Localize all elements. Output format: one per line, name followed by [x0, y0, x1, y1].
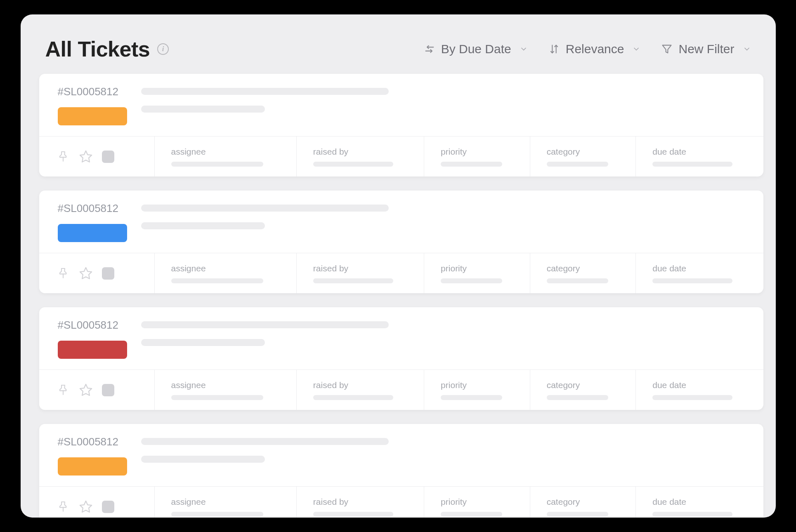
meta-label-priority: priority [441, 147, 513, 157]
skeleton-line [652, 512, 732, 517]
skeleton-line [652, 395, 732, 400]
skeleton-line [171, 278, 264, 283]
checkbox[interactable] [102, 501, 114, 513]
skeleton-line [313, 162, 393, 167]
star-icon[interactable] [79, 383, 93, 397]
checkbox[interactable] [102, 267, 114, 280]
meta-label-assignee: assignee [171, 497, 280, 507]
filter-dropdown[interactable]: New Filter [661, 42, 751, 56]
star-icon[interactable] [79, 150, 93, 164]
meta-label-due-date: due date [652, 497, 746, 507]
ticket-actions [39, 253, 155, 293]
meta-due-date: due date [636, 487, 763, 518]
skeleton-line [171, 512, 264, 517]
meta-label-assignee: assignee [171, 380, 280, 390]
meta-priority: priority [424, 487, 530, 518]
skeleton-line [441, 395, 502, 400]
ticket-card[interactable]: #SL0005812 assignee [39, 424, 763, 518]
meta-due-date: due date [636, 137, 763, 177]
meta-label-category: category [547, 380, 619, 390]
skeleton-line [141, 339, 265, 346]
svg-marker-1 [80, 151, 91, 162]
ticket-preview [141, 85, 389, 113]
star-icon[interactable] [79, 266, 93, 280]
checkbox[interactable] [102, 384, 114, 396]
skeleton-line [547, 162, 608, 167]
skeleton-line [141, 205, 389, 212]
meta-label-raised-by: raised by [313, 264, 407, 273]
tickets-panel: All Tickets i By Due Date [21, 14, 776, 518]
svg-marker-4 [80, 501, 91, 512]
checkbox[interactable] [102, 151, 114, 163]
chevron-down-icon [743, 45, 751, 53]
star-icon[interactable] [79, 500, 93, 514]
status-pill [58, 224, 127, 242]
svg-marker-2 [80, 267, 91, 278]
meta-label-category: category [547, 264, 619, 273]
skeleton-line [652, 162, 732, 167]
sort-by-dropdown[interactable]: By Due Date [424, 42, 528, 56]
skeleton-line [313, 395, 393, 400]
ticket-card[interactable]: #SL0005812 assignee [39, 191, 763, 293]
meta-label-due-date: due date [652, 264, 746, 273]
ticket-card[interactable]: #SL0005812 assignee [39, 307, 763, 410]
skeleton-line [141, 106, 265, 113]
meta-raised-by: raised by [297, 487, 424, 518]
skeleton-line [313, 278, 393, 283]
svg-marker-3 [80, 384, 91, 395]
meta-category: category [530, 370, 636, 410]
pin-icon[interactable] [57, 500, 70, 513]
meta-label-raised-by: raised by [313, 380, 407, 390]
meta-label-category: category [547, 147, 619, 157]
meta-priority: priority [424, 253, 530, 293]
meta-label-raised-by: raised by [313, 147, 407, 157]
tickets-header: All Tickets i By Due Date [21, 14, 776, 74]
pin-icon[interactable] [57, 150, 70, 163]
meta-category: category [530, 487, 636, 518]
meta-due-date: due date [636, 253, 763, 293]
ticket-preview [141, 435, 389, 463]
skeleton-line [547, 512, 608, 517]
meta-due-date: due date [636, 370, 763, 410]
ticket-list: #SL0005812 assignee [21, 74, 776, 518]
skeleton-line [441, 512, 502, 517]
meta-label-priority: priority [441, 380, 513, 390]
ticket-preview [141, 319, 389, 346]
ticket-actions [39, 137, 155, 177]
ticket-actions [39, 370, 155, 410]
meta-raised-by: raised by [297, 370, 424, 410]
svg-marker-0 [663, 45, 671, 53]
pin-icon[interactable] [57, 267, 70, 280]
meta-priority: priority [424, 137, 530, 177]
ticket-id: #SL0005812 [58, 435, 127, 448]
meta-assignee: assignee [155, 137, 297, 177]
chevron-down-icon [520, 45, 528, 53]
skeleton-line [652, 278, 732, 283]
filter-icon [661, 43, 673, 55]
ticket-id: #SL0005812 [58, 85, 127, 98]
ticket-preview [141, 202, 389, 229]
meta-label-due-date: due date [652, 147, 746, 157]
ticket-card[interactable]: #SL0005812 assignee [39, 74, 763, 177]
relevance-label: Relevance [566, 42, 624, 56]
pin-icon[interactable] [57, 384, 70, 397]
meta-label-raised-by: raised by [313, 497, 407, 507]
skeleton-line [141, 456, 265, 463]
meta-category: category [530, 253, 636, 293]
info-icon[interactable]: i [157, 43, 169, 55]
meta-label-priority: priority [441, 264, 513, 273]
skeleton-line [141, 321, 389, 328]
skeleton-line [547, 278, 608, 283]
skeleton-line [141, 88, 389, 95]
meta-label-assignee: assignee [171, 147, 280, 157]
meta-assignee: assignee [155, 253, 297, 293]
meta-assignee: assignee [155, 487, 297, 518]
swap-icon [424, 43, 435, 55]
skeleton-line [171, 162, 264, 167]
relevance-dropdown[interactable]: Relevance [548, 42, 641, 56]
filter-label: New Filter [678, 42, 734, 56]
meta-category: category [530, 137, 636, 177]
ticket-id: #SL0005812 [58, 202, 127, 215]
skeleton-line [171, 395, 264, 400]
chevron-down-icon [632, 45, 640, 53]
